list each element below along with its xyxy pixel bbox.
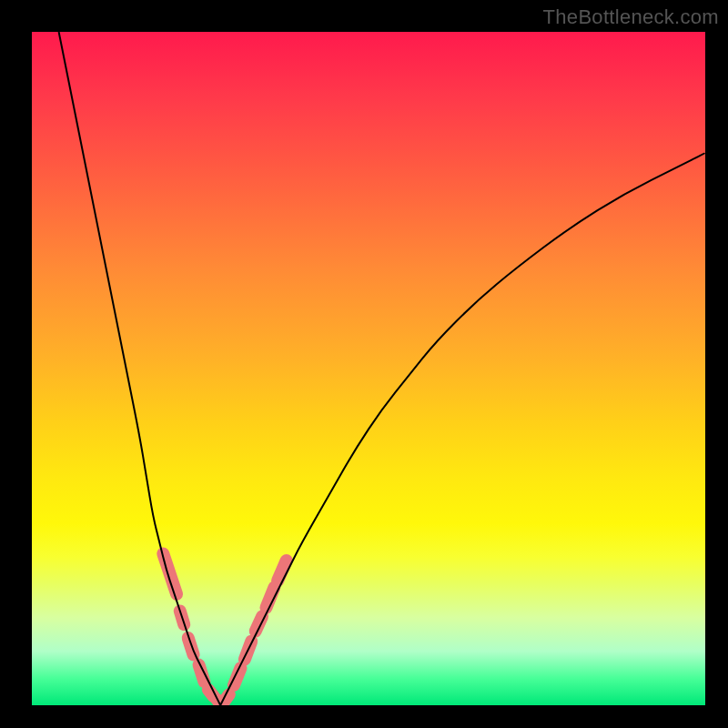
marker-segment (163, 554, 177, 594)
plot-area (32, 32, 705, 705)
chart-frame: TheBottleneck.com (0, 0, 728, 728)
curve-layer (59, 32, 705, 705)
marker-layer (163, 554, 286, 703)
chart-svg (32, 32, 705, 705)
curve-right-curve (220, 153, 705, 705)
curve-left-curve (59, 32, 221, 705)
watermark-text: TheBottleneck.com (543, 5, 719, 29)
